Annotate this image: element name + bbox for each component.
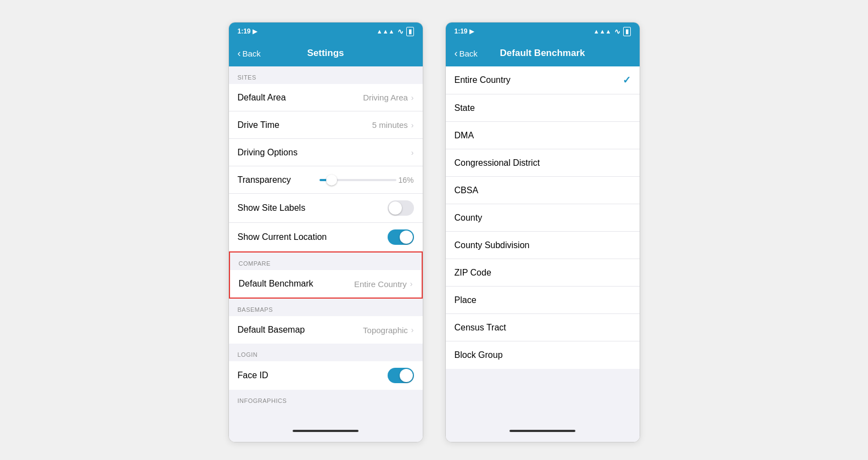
default-area-row[interactable]: Default Area Driving Area › <box>229 84 423 111</box>
location-arrow-icon: ▶ <box>253 28 257 35</box>
sites-group: Default Area Driving Area › Drive Time 5… <box>229 84 423 251</box>
back-button-benchmark[interactable]: ‹ Back <box>455 48 493 59</box>
back-button-settings[interactable]: ‹ Back <box>238 48 276 59</box>
signal-icon-2: ▲▲▲ <box>593 28 612 35</box>
drive-time-row[interactable]: Drive Time 5 minutes › <box>229 111 423 139</box>
benchmark-label-dma: DMA <box>455 131 631 141</box>
home-indicator-1 <box>293 430 359 432</box>
home-indicator-2 <box>509 430 575 432</box>
face-id-toggle[interactable] <box>388 368 414 383</box>
benchmark-title: Default Benchmark <box>493 48 592 59</box>
transparency-value: 16% <box>396 176 414 184</box>
benchmark-content: Entire Country ✓ State DMA Congressional… <box>446 66 640 423</box>
benchmark-label-cbsa: CBSA <box>455 186 631 195</box>
drive-time-value: 5 minutes <box>372 120 408 130</box>
slider-thumb[interactable] <box>326 175 337 186</box>
benchmark-item-block-group[interactable]: Block Group <box>446 341 640 369</box>
default-area-value: Driving Area <box>363 93 408 102</box>
benchmark-item-place[interactable]: Place <box>446 287 640 314</box>
benchmark-item-dma[interactable]: DMA <box>446 122 640 149</box>
default-benchmark-value: Entire Country <box>354 279 407 289</box>
default-area-chevron-icon: › <box>411 93 414 102</box>
benchmark-item-cbsa[interactable]: CBSA <box>446 177 640 204</box>
benchmark-item-zip-code[interactable]: ZIP Code <box>446 259 640 287</box>
benchmark-label-state: State <box>455 103 631 113</box>
show-current-location-toggle[interactable] <box>388 229 414 245</box>
benchmark-item-census-tract[interactable]: Census Tract <box>446 314 640 341</box>
drive-time-label: Drive Time <box>238 120 372 130</box>
sites-section-header: SITES <box>229 66 423 84</box>
infographics-section-header: INFOGRAPHICS <box>229 390 423 407</box>
benchmark-item-congressional-district[interactable]: Congressional District <box>446 149 640 177</box>
default-basemap-chevron-icon: › <box>411 326 414 334</box>
status-icons-right-2: ▲▲▲ ∿ ▮ <box>593 27 631 36</box>
basemaps-group: Default Basemap Topographic › <box>229 316 423 344</box>
toggle-knob-site-labels <box>389 201 402 215</box>
transparency-row[interactable]: Transparency 16% <box>229 166 423 194</box>
benchmark-item-state[interactable]: State <box>446 94 640 122</box>
compare-section-header: COMPARE <box>230 253 422 270</box>
transparency-slider-container[interactable] <box>320 179 396 181</box>
login-group: Face ID <box>229 361 423 390</box>
wifi-icon-2: ∿ <box>614 27 620 36</box>
default-basemap-value: Topographic <box>363 326 408 335</box>
battery-icon-2: ▮ <box>623 27 631 36</box>
basemaps-section-header: BASEMAPS <box>229 299 423 316</box>
bottom-bar-1 <box>229 423 423 442</box>
benchmark-list: Entire Country ✓ State DMA Congressional… <box>446 66 640 369</box>
driving-options-chevron-icon: › <box>411 148 414 157</box>
default-basemap-label: Default Basemap <box>238 325 363 335</box>
nav-bar-settings: ‹ Back Settings <box>229 40 423 66</box>
status-time-left-2: 1:19 ▶ <box>455 27 474 35</box>
benchmark-phone: 1:19 ▶ ▲▲▲ ∿ ▮ ‹ Back Default Benchmark <box>445 22 640 442</box>
back-label-benchmark: Back <box>460 49 478 58</box>
driving-options-row[interactable]: Driving Options › <box>229 139 423 166</box>
time-display-2: 1:19 <box>455 27 468 35</box>
default-area-label: Default Area <box>238 93 363 103</box>
benchmark-label-entire-country: Entire Country <box>455 75 623 85</box>
benchmark-item-county[interactable]: County <box>446 204 640 232</box>
infographics-section: INFOGRAPHICS <box>229 390 423 407</box>
face-id-row[interactable]: Face ID <box>229 361 423 390</box>
benchmark-label-county-subdivision: County Subdivision <box>455 240 631 250</box>
show-current-location-label: Show Current Location <box>238 232 388 242</box>
signal-icon: ▲▲▲ <box>377 28 395 35</box>
show-site-labels-row[interactable]: Show Site Labels <box>229 194 423 223</box>
back-chevron-icon-2: ‹ <box>455 48 458 59</box>
battery-icon: ▮ <box>406 27 414 36</box>
toggle-knob-current-location <box>400 231 413 244</box>
benchmark-label-block-group: Block Group <box>455 350 631 360</box>
login-section-header: LOGIN <box>229 344 423 361</box>
drive-time-chevron-icon: › <box>411 121 414 130</box>
compare-section-highlighted: COMPARE Default Benchmark Entire Country… <box>229 251 423 299</box>
status-icons-right: ▲▲▲ ∿ ▮ <box>377 27 414 36</box>
nav-bar-benchmark: ‹ Back Default Benchmark <box>446 40 640 66</box>
show-current-location-row[interactable]: Show Current Location <box>229 223 423 251</box>
location-arrow-icon-2: ▶ <box>469 28 474 35</box>
benchmark-item-county-subdivision[interactable]: County Subdivision <box>446 232 640 259</box>
slider-track[interactable] <box>320 179 396 181</box>
default-basemap-row[interactable]: Default Basemap Topographic › <box>229 316 423 344</box>
show-site-labels-toggle[interactable] <box>388 200 414 216</box>
status-time-left: 1:19 ▶ <box>238 27 257 35</box>
driving-options-label: Driving Options <box>238 148 411 158</box>
phones-container: 1:19 ▶ ▲▲▲ ∿ ▮ ‹ Back Settings SITES <box>206 0 662 460</box>
status-bar-2: 1:19 ▶ ▲▲▲ ∿ ▮ <box>446 23 640 40</box>
basemaps-section: BASEMAPS Default Basemap Topographic › <box>229 299 423 344</box>
login-section: LOGIN Face ID <box>229 344 423 390</box>
default-benchmark-row[interactable]: Default Benchmark Entire Country › <box>230 270 422 298</box>
settings-phone: 1:19 ▶ ▲▲▲ ∿ ▮ ‹ Back Settings SITES <box>228 22 423 442</box>
benchmark-label-congressional-district: Congressional District <box>455 158 631 168</box>
back-chevron-icon: ‹ <box>238 48 241 59</box>
benchmark-label-place: Place <box>455 295 631 305</box>
transparency-label: Transparency <box>238 175 320 185</box>
toggle-knob-face-id <box>400 369 413 382</box>
settings-content: SITES Default Area Driving Area › Drive … <box>229 66 423 423</box>
benchmark-label-zip-code: ZIP Code <box>455 268 631 278</box>
status-bar-1: 1:19 ▶ ▲▲▲ ∿ ▮ <box>229 23 423 40</box>
benchmark-item-entire-country[interactable]: Entire Country ✓ <box>446 66 640 94</box>
sites-section: SITES Default Area Driving Area › Drive … <box>229 66 423 251</box>
time-display: 1:19 <box>238 27 251 35</box>
default-benchmark-chevron-icon: › <box>410 279 413 288</box>
default-benchmark-label: Default Benchmark <box>239 279 354 289</box>
